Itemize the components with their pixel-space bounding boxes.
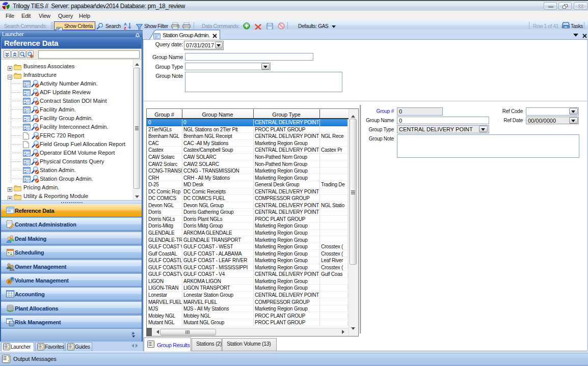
svg-text:P: P [11,277,14,281]
svg-text:Z: Z [124,26,126,30]
svg-text:R: R [8,280,11,284]
